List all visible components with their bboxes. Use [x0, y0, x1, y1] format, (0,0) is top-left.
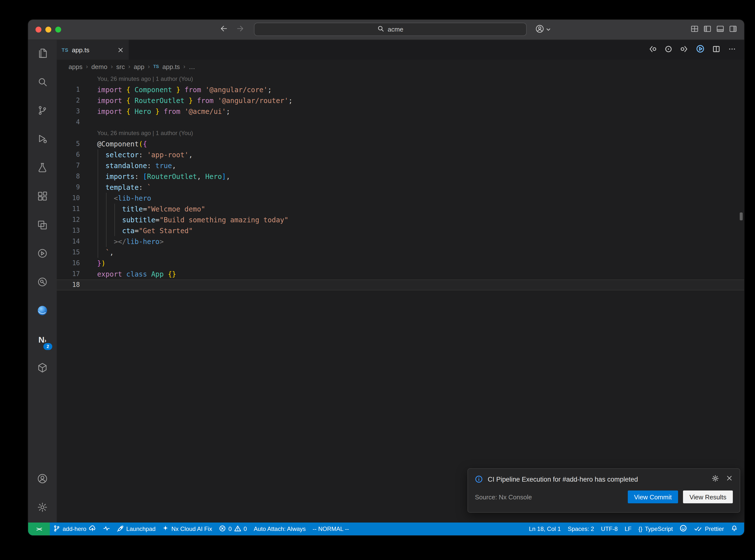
nx-cloud-fix-item[interactable]: Nx Cloud AI Fix	[159, 522, 216, 535]
code-line: subtitle="Build something amazing today"	[97, 215, 289, 225]
vim-mode-item[interactable]: -- NORMAL --	[309, 522, 352, 535]
sidebar-item-testing[interactable]	[28, 154, 57, 183]
problems-item[interactable]: 0 0	[216, 522, 250, 535]
breadcrumb-item-app[interactable]: app	[134, 63, 144, 70]
breadcrumb-item-file[interactable]: app.ts	[162, 63, 180, 70]
code-rows: You, 26 minutes ago | 1 author (You)1imp…	[57, 74, 744, 291]
zoom-window-button[interactable]	[55, 27, 61, 33]
formatter-item[interactable]: Prettier	[691, 522, 728, 535]
indent-guide	[114, 204, 115, 236]
line-number	[57, 74, 80, 84]
settings-button[interactable]	[28, 494, 57, 522]
feedback-item[interactable]	[676, 522, 691, 535]
code-row: 16})	[57, 258, 744, 269]
git-branch-item[interactable]: add-hero	[50, 522, 100, 535]
accounts-button[interactable]	[28, 465, 57, 494]
split-editor-icon[interactable]	[712, 45, 720, 55]
bell-icon	[731, 525, 738, 533]
auto-attach-item[interactable]: Auto Attach: Always	[250, 522, 309, 535]
tab-bar: TS app.ts	[57, 40, 744, 60]
remote-indicator[interactable]: ><	[28, 522, 50, 535]
tab-app-ts[interactable]: TS app.ts	[57, 40, 129, 60]
breadcrumb-item-src[interactable]: src	[116, 63, 125, 70]
close-tab-icon[interactable]	[117, 46, 124, 53]
blame-text: You, 26 minutes ago | 1 author (You)	[97, 74, 193, 84]
notifications-bell-item[interactable]	[728, 522, 741, 535]
command-center-search[interactable]: acme	[254, 23, 527, 36]
rocket-icon	[117, 525, 124, 533]
sidebar-item-inspect[interactable]	[28, 269, 57, 297]
account-menu[interactable]	[535, 20, 551, 39]
line-number: 5	[57, 139, 80, 149]
line-number: 12	[57, 215, 80, 225]
sidebar-item-run-circle[interactable]	[28, 240, 57, 269]
encoding-item[interactable]: UTF-8	[597, 522, 621, 535]
code-row: 12 subtitle="Build something amazing tod…	[57, 215, 744, 225]
breadcrumb-item-symbol[interactable]: …	[188, 63, 195, 70]
cloud-upload-icon	[89, 524, 96, 533]
line-number: 15	[57, 247, 80, 258]
close-window-button[interactable]	[36, 27, 41, 33]
sidebar-item-explorer[interactable]	[28, 40, 57, 68]
language-label: TypeScript	[645, 525, 673, 533]
desktop: acme	[0, 0, 755, 560]
breadcrumb-separator: ›	[86, 63, 88, 70]
editor[interactable]: You, 26 minutes ago | 1 author (You)1imp…	[57, 74, 744, 522]
cursor-position-item[interactable]: Ln 18, Col 1	[525, 522, 564, 535]
view-commit-button[interactable]: View Commit	[628, 491, 678, 503]
forward-arrow-icon[interactable]	[236, 24, 244, 35]
line-number: 2	[57, 95, 80, 106]
sidebar-item-nx-cloud[interactable]	[28, 297, 57, 326]
view-results-button[interactable]: View Results	[683, 491, 733, 503]
panel-bottom-icon[interactable]	[716, 24, 724, 35]
sidebar-item-search[interactable]	[28, 68, 57, 97]
braces-icon: {}	[638, 525, 642, 533]
run-debug-icon	[37, 133, 48, 147]
code-row: 7 standalone: true,	[57, 160, 744, 171]
pulse-item[interactable]	[100, 522, 114, 535]
notification-settings-gear-icon[interactable]	[712, 475, 719, 484]
indentation-item[interactable]: Spaces: 2	[564, 522, 597, 535]
code-line: `,	[97, 247, 114, 258]
search-icon	[377, 25, 384, 34]
sidebar-item-extensions[interactable]	[28, 183, 57, 212]
panel-left-icon[interactable]	[703, 24, 712, 35]
sidebar-item-source-control[interactable]	[28, 97, 57, 126]
close-icon[interactable]	[726, 475, 733, 484]
run-icon[interactable]	[696, 44, 705, 55]
line-number: 9	[57, 182, 80, 193]
code-line: template: `	[97, 182, 151, 193]
title-bar: acme	[28, 20, 744, 40]
pulse-icon	[103, 525, 110, 533]
code-row: 10 <lib-hero	[57, 193, 744, 204]
back-arrow-icon[interactable]	[219, 24, 228, 35]
chevron-down-icon	[546, 25, 551, 34]
sidebar-item-run-debug[interactable]	[28, 126, 57, 154]
compare-prev-icon[interactable]	[649, 45, 657, 55]
panel-right-icon[interactable]	[729, 24, 737, 35]
code-row: 6 selector: 'app-root',	[57, 149, 744, 160]
eol-label: LF	[624, 525, 632, 533]
code-row: 17export class App {}	[57, 269, 744, 280]
breadcrumb-item-demo[interactable]: demo	[91, 63, 107, 70]
target-icon[interactable]	[664, 45, 673, 55]
layout-grid-icon[interactable]	[690, 24, 699, 35]
minimize-window-button[interactable]	[45, 27, 51, 33]
more-actions-icon[interactable]	[728, 45, 736, 55]
line-number: 14	[57, 236, 80, 247]
compare-next-icon[interactable]	[680, 45, 689, 55]
line-number: 10	[57, 193, 80, 204]
code-row: 1import { Component } from '@angular/cor…	[57, 84, 744, 95]
blame-annotation-row: You, 26 minutes ago | 1 author (You)	[57, 128, 744, 139]
breadcrumb-item-apps[interactable]: apps	[68, 63, 82, 70]
launchpad-item[interactable]: Launchpad	[114, 522, 159, 535]
traffic-lights	[36, 27, 61, 33]
sidebar-item-remote-explorer[interactable]	[28, 212, 57, 240]
language-mode-item[interactable]: {} TypeScript	[635, 522, 676, 535]
eol-item[interactable]: LF	[621, 522, 635, 535]
sidebar-item-package-explorer[interactable]	[28, 355, 57, 383]
indentation-label: Spaces: 2	[568, 525, 594, 533]
code-row: 3import { Hero } from '@acme/ui';	[57, 106, 744, 117]
branch-name: add-hero	[63, 525, 86, 533]
sidebar-item-nx-console[interactable]: N› 2	[28, 326, 57, 355]
